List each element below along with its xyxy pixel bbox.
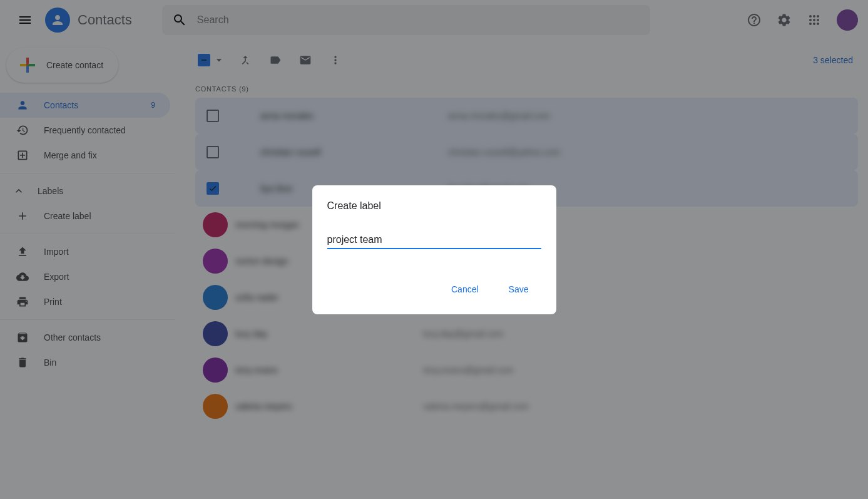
modal-overlay: Create label Cancel Save — [0, 0, 868, 499]
cancel-button[interactable]: Cancel — [439, 279, 491, 299]
label-name-input[interactable] — [327, 232, 541, 249]
save-button[interactable]: Save — [496, 279, 541, 299]
create-label-dialog: Create label Cancel Save — [312, 185, 556, 314]
dialog-title: Create label — [327, 200, 541, 212]
